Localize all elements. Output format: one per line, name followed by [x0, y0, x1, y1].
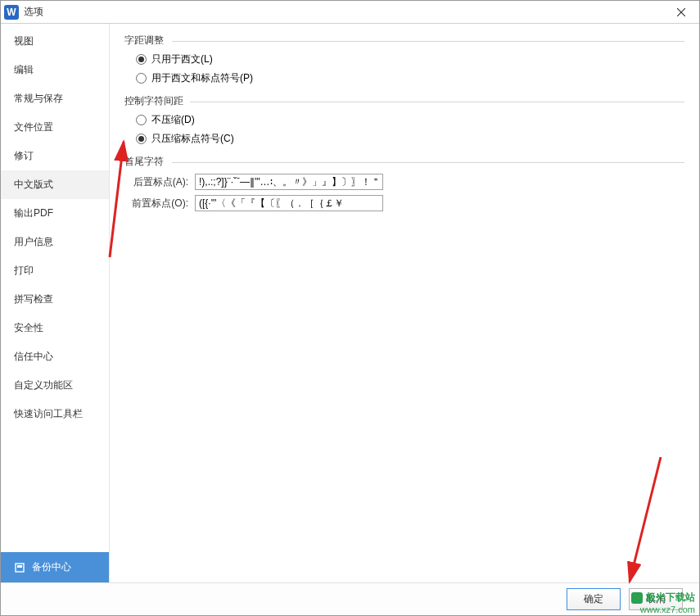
radio-label: 不压缩(D): [151, 113, 195, 127]
content-panel: 字距调整 只用于西文(L) 用于西文和标点符号(P) 控制字符间距 不压缩(D): [110, 24, 699, 582]
sidebar-item-print[interactable]: 打印: [1, 256, 109, 285]
sidebar-item-label: 拼写检查: [14, 293, 53, 305]
trailing-punct-input[interactable]: [195, 174, 383, 190]
backup-center-button[interactable]: 备份中心: [1, 552, 109, 582]
radio-icon: [136, 73, 147, 84]
sidebar-spacer: [1, 428, 109, 552]
kerning-radio-latin-only[interactable]: 只用于西文(L): [124, 50, 684, 69]
first-last-char-group: 首尾字符 后置标点(A): 前置标点(O):: [124, 155, 684, 214]
sidebar-item-revision[interactable]: 修订: [1, 142, 109, 170]
sidebar-item-label: 常规与保存: [14, 93, 63, 104]
options-dialog: W 选项 视图 编辑 常规与保存 文件位置 修订 中文版式 输出PDF 用户信息…: [0, 0, 700, 616]
app-icon-letter: W: [7, 7, 16, 18]
trailing-punct-row: 后置标点(A):: [124, 171, 684, 192]
radio-icon: [136, 134, 147, 144]
trailing-punct-label: 后置标点(A):: [124, 175, 188, 189]
sidebar-item-label: 安全性: [14, 322, 43, 333]
sidebar-item-edit[interactable]: 编辑: [1, 56, 109, 84]
char-spacing-group: 控制字符间距 不压缩(D) 只压缩标点符号(C): [124, 94, 684, 148]
leading-punct-row: 前置标点(O):: [124, 192, 684, 214]
close-button[interactable]: [666, 2, 696, 23]
leading-punct-input[interactable]: [195, 195, 383, 211]
sidebar-item-user-info[interactable]: 用户信息: [1, 228, 109, 256]
sidebar-item-output-pdf[interactable]: 输出PDF: [1, 199, 109, 228]
kerning-legend: 字距调整: [124, 34, 169, 48]
kerning-group: 字距调整 只用于西文(L) 用于西文和标点符号(P): [124, 34, 684, 88]
spacing-radio-no-compress[interactable]: 不压缩(D): [124, 111, 684, 129]
sidebar-item-file-location[interactable]: 文件位置: [1, 113, 109, 142]
button-bar: 确定 取消: [1, 582, 699, 615]
divider: [172, 162, 684, 163]
titlebar: W 选项: [1, 1, 699, 24]
sidebar-item-label: 信任中心: [14, 351, 53, 362]
sidebar-item-label: 编辑: [14, 64, 34, 75]
divider: [172, 41, 684, 42]
ok-label: 确定: [584, 593, 603, 605]
cancel-button[interactable]: 取消: [629, 588, 683, 610]
radio-label: 只压缩标点符号(C): [151, 132, 234, 146]
sidebar-item-security[interactable]: 安全性: [1, 314, 109, 342]
app-icon: W: [4, 5, 19, 20]
kerning-radio-latin-punct[interactable]: 用于西文和标点符号(P): [124, 69, 684, 88]
sidebar-item-label: 修订: [14, 150, 34, 161]
sidebar-item-customize-ribbon[interactable]: 自定义功能区: [1, 371, 109, 400]
leading-punct-label: 前置标点(O):: [124, 197, 188, 211]
sidebar-item-label: 用户信息: [14, 236, 53, 247]
backup-center-label: 备份中心: [32, 560, 71, 574]
sidebar-item-label: 视图: [14, 35, 34, 47]
svg-rect-3: [17, 565, 22, 568]
sidebar-item-label: 中文版式: [14, 179, 53, 190]
sidebar-item-label: 输出PDF: [14, 207, 53, 219]
sidebar-item-chinese-layout[interactable]: 中文版式: [1, 170, 109, 199]
sidebar-item-quick-access[interactable]: 快速访问工具栏: [1, 400, 109, 428]
sidebar-item-label: 文件位置: [14, 121, 53, 133]
sidebar-item-label: 快速访问工具栏: [14, 408, 83, 419]
radio-label: 用于西文和标点符号(P): [151, 71, 253, 85]
ok-button[interactable]: 确定: [567, 588, 621, 610]
backup-icon: [14, 562, 25, 573]
sidebar-item-label: 打印: [14, 265, 34, 276]
sidebar-item-trust-center[interactable]: 信任中心: [1, 342, 109, 371]
radio-icon: [136, 54, 147, 65]
close-icon: [677, 8, 685, 16]
first-last-legend: 首尾字符: [124, 155, 169, 169]
body: 视图 编辑 常规与保存 文件位置 修订 中文版式 输出PDF 用户信息 打印 拼…: [1, 24, 699, 582]
spacing-radio-compress-punct[interactable]: 只压缩标点符号(C): [124, 129, 684, 148]
sidebar-item-view[interactable]: 视图: [1, 27, 109, 56]
sidebar-item-spell-check[interactable]: 拼写检查: [1, 285, 109, 314]
sidebar-item-label: 自定义功能区: [14, 379, 73, 391]
sidebar: 视图 编辑 常规与保存 文件位置 修订 中文版式 输出PDF 用户信息 打印 拼…: [1, 24, 110, 582]
cancel-label: 取消: [646, 593, 666, 605]
window-title: 选项: [24, 5, 666, 19]
sidebar-item-general-save[interactable]: 常规与保存: [1, 84, 109, 113]
divider: [190, 102, 684, 102]
radio-icon: [136, 115, 147, 125]
radio-label: 只用于西文(L): [151, 52, 213, 66]
char-spacing-legend: 控制字符间距: [124, 94, 188, 108]
svg-line-5: [110, 142, 124, 257]
